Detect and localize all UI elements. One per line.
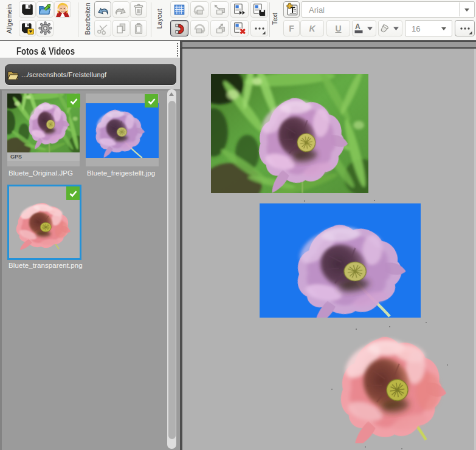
svg-text:A: A (355, 22, 360, 31)
